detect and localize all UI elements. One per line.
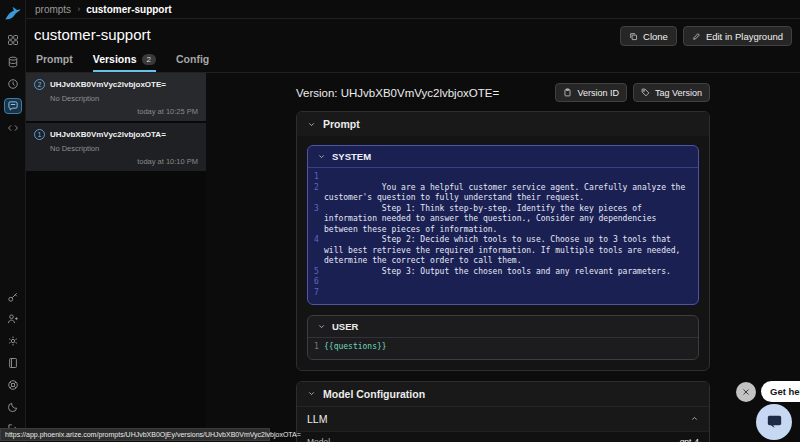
prompt-panel-header[interactable]: Prompt <box>297 112 709 136</box>
version-timestamp: today at 10:25 PM <box>34 107 198 116</box>
breadcrumb-prompts-link[interactable]: prompts <box>35 4 71 15</box>
page-header: customer-support Clone Edit in Playgroun… <box>26 19 800 73</box>
chevron-down-icon <box>317 322 326 331</box>
page-title: customer-support <box>34 26 151 43</box>
version-number-badge: 2 <box>34 79 45 90</box>
prompt-chat-icon[interactable] <box>4 98 22 114</box>
llm-section-header[interactable]: LLM <box>297 406 709 431</box>
key-icon[interactable] <box>4 289 22 305</box>
get-help-button[interactable]: Get help <box>761 381 800 402</box>
tab-config-label: Config <box>176 53 209 65</box>
code-icon[interactable] <box>4 120 22 136</box>
llm-section-title: LLM <box>307 413 327 425</box>
tab-prompt[interactable]: Prompt <box>36 53 73 72</box>
config-value: gpt-4 <box>680 437 699 442</box>
code-line-text: Step 3: Output the chosen tools and any … <box>324 267 692 278</box>
versions-count-badge: 2 <box>142 54 156 65</box>
tab-versions[interactable]: Versions 2 <box>93 53 156 72</box>
line-number: 5 <box>310 267 324 278</box>
tag-version-button-label: Tag Version <box>655 88 702 98</box>
version-number-badge: 1 <box>34 129 45 140</box>
clipboard-icon <box>563 88 572 97</box>
app-root: prompts › customer-support customer-supp… <box>0 0 800 442</box>
grid-icon[interactable] <box>4 32 22 48</box>
tab-prompt-label: Prompt <box>36 53 73 65</box>
code-line-text: Step 2: Decide which tools to use. Choos… <box>324 235 692 267</box>
version-detail: Version: UHJvbXB0VmVyc2lvbjoxOTE= Versio… <box>206 73 800 442</box>
code-line-text: Step 1: Think step-by-step. Identify the… <box>324 204 692 236</box>
user-role-label: USER <box>332 321 358 332</box>
user-message-body: 1{{questions}} <box>308 338 698 359</box>
edit-in-playground-button[interactable]: Edit in Playground <box>683 26 792 46</box>
line-number: 1 <box>310 342 324 353</box>
prompt-panel: Prompt SYSTEM 1 2 You are a helpful cust… <box>296 111 710 371</box>
add-user-icon[interactable] <box>4 311 22 327</box>
chevron-up-icon <box>690 414 699 423</box>
clone-button[interactable]: Clone <box>620 26 677 46</box>
breadcrumb-separator: › <box>77 4 80 14</box>
config-row-model: Model gpt-4 <box>297 431 709 442</box>
config-key: Model <box>307 437 330 442</box>
tab-versions-label: Versions <box>93 53 137 65</box>
clock-icon[interactable] <box>4 76 22 92</box>
template-variable: {{questions}} <box>324 342 692 353</box>
chevron-down-icon <box>307 120 316 129</box>
version-detail-title: Version: UHJvbXB0VmVyc2lvbjoxOTE= <box>296 87 499 99</box>
settings-flower-icon[interactable] <box>4 333 22 349</box>
code-line-text <box>324 288 692 299</box>
system-message-body: 1 2 You are a helpful customer service a… <box>308 168 698 304</box>
versions-sidebar: 2 UHJvbXB0VmVyc2lvbjoxOTE= No Descriptio… <box>26 73 206 442</box>
tab-config[interactable]: Config <box>176 53 209 72</box>
close-icon <box>742 388 750 396</box>
lifebuoy-icon[interactable] <box>4 377 22 393</box>
line-number: 6 <box>310 277 324 288</box>
breadcrumb-current: customer-support <box>86 4 172 15</box>
system-message-block: SYSTEM 1 2 You are a helpful customer se… <box>307 145 699 305</box>
tab-bar: Prompt Versions 2 Config <box>34 53 792 72</box>
line-number: 2 <box>310 183 324 204</box>
line-number: 4 <box>310 235 324 267</box>
version-description: No Description <box>50 144 198 153</box>
browser-link-preview: https://app.phoenix.arize.com/prompts/UH… <box>0 428 270 441</box>
chevron-down-icon <box>317 152 326 161</box>
version-id-button[interactable]: Version ID <box>555 83 627 102</box>
system-role-label: SYSTEM <box>332 151 371 162</box>
version-id: UHJvbXB0VmVyc2lvbjoxOTE= <box>50 80 166 89</box>
version-timestamp: today at 10:10 PM <box>34 157 198 166</box>
user-message-header[interactable]: USER <box>308 316 698 338</box>
phoenix-logo-icon[interactable] <box>4 5 22 21</box>
clone-button-label: Clone <box>643 31 668 42</box>
user-message-block: USER 1{{questions}} <box>307 315 699 360</box>
code-line-text: You are a helpful customer service agent… <box>324 183 692 204</box>
edit-in-playground-label: Edit in Playground <box>706 31 783 42</box>
clone-icon <box>629 32 638 41</box>
tag-icon <box>641 88 650 97</box>
chat-launcher-button[interactable] <box>756 404 792 440</box>
chat-bubble-icon <box>766 415 783 430</box>
chevron-down-icon <box>307 389 316 398</box>
version-id-button-label: Version ID <box>577 88 619 98</box>
model-configuration-title: Model Configuration <box>323 388 425 400</box>
model-configuration-header[interactable]: Model Configuration <box>297 382 709 406</box>
tag-version-button[interactable]: Tag Version <box>633 83 710 102</box>
line-number: 3 <box>310 204 324 236</box>
line-number: 1 <box>310 172 324 183</box>
help-close-button[interactable] <box>736 382 756 402</box>
version-id: UHJvbXB0VmVyc2lvbjoxOTA= <box>50 130 166 139</box>
code-line-text <box>324 172 692 183</box>
moon-icon[interactable] <box>4 399 22 415</box>
left-icon-rail <box>0 0 26 442</box>
version-list-item[interactable]: 1 UHJvbXB0VmVyc2lvbjoxOTA= No Descriptio… <box>26 123 206 171</box>
main-column: prompts › customer-support customer-supp… <box>26 0 800 442</box>
database-icon[interactable] <box>4 54 22 70</box>
model-configuration-panel: Model Configuration LLM Model gpt-4 Prov… <box>296 381 710 442</box>
line-number: 7 <box>310 288 324 299</box>
version-list-item[interactable]: 2 UHJvbXB0VmVyc2lvbjoxOTE= No Descriptio… <box>26 73 206 121</box>
system-message-header[interactable]: SYSTEM <box>308 146 698 168</box>
version-description: No Description <box>50 94 198 103</box>
pencil-icon <box>692 32 701 41</box>
code-line-text <box>324 277 692 288</box>
notebook-icon[interactable] <box>4 355 22 371</box>
breadcrumb: prompts › customer-support <box>26 0 800 19</box>
prompt-panel-title: Prompt <box>323 118 360 130</box>
